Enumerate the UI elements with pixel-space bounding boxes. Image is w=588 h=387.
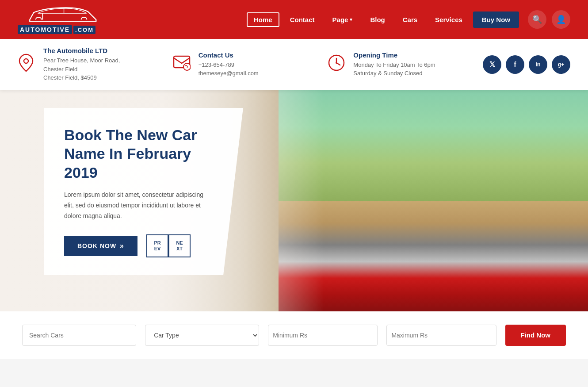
hero-title: Book The New Car Name In February 2019 (64, 126, 208, 182)
nav-item-home[interactable]: Home (247, 12, 279, 27)
hours-text: Opening Time Monday To Friday 10am To 6p… (353, 51, 435, 78)
search-bar: Car Type Sedan SUV Hatchback Coupe Conve… (0, 311, 588, 359)
contact-text: Contact Us +123-654-789 themeseye@gmail.… (199, 51, 259, 78)
hero-content-wrapper: Book The New Car Name In February 2019 L… (0, 90, 243, 293)
nav-links: Home Contact Page Blog Cars Services Buy… (247, 11, 519, 28)
hero-nav-buttons: PREV NEXT (146, 234, 191, 257)
facebook-button[interactable]: f (506, 55, 524, 74)
social-icons: 𝕏 f in g+ (483, 55, 570, 74)
nav-link-cars[interactable]: Cars (396, 12, 424, 27)
book-now-arrows: » (120, 242, 124, 250)
footer-space (0, 359, 588, 387)
address-line3: Chester Field, $4509 (43, 73, 120, 82)
min-price-input[interactable] (268, 325, 378, 346)
book-now-button[interactable]: BOOK NOW » (64, 236, 137, 256)
search-cars-input[interactable] (22, 325, 136, 346)
nav-link-page[interactable]: Page (325, 12, 360, 27)
address-line1: Pear Tree House, Moor Road, (43, 56, 120, 65)
hero-description: Lorem ipsum dolor sit amet, consectetur … (64, 190, 208, 221)
nav-link-contact[interactable]: Contact (283, 12, 322, 27)
location-icon (18, 54, 35, 75)
nav-item-cars[interactable]: Cars (396, 12, 424, 27)
contact-title: Contact Us (199, 51, 259, 59)
search-icon: 🔍 (532, 15, 542, 24)
nav-item-page[interactable]: Page (325, 12, 360, 27)
find-now-label: Find Now (521, 331, 551, 339)
book-now-label: BOOK NOW (77, 242, 116, 249)
twitter-button[interactable]: 𝕏 (483, 55, 501, 74)
contact-info: Contact Us +123-654-789 themeseye@gmail.… (173, 51, 328, 78)
user-icon: 👤 (556, 15, 566, 24)
contact-phone: +123-654-789 (199, 61, 259, 69)
nav-item-contact[interactable]: Contact (283, 12, 322, 27)
find-now-button[interactable]: Find Now (505, 325, 566, 346)
hours-title: Opening Time (353, 51, 435, 59)
nav-link-blog[interactable]: Blog (363, 12, 392, 27)
address-text: The Automobile LTD Pear Tree House, Moor… (43, 47, 120, 82)
svg-point-2 (24, 59, 28, 63)
logo-text: AUTOMOTIVE.COM (18, 23, 95, 34)
contact-email: themeseye@gmail.com (199, 69, 259, 78)
linkedin-button[interactable]: in (529, 55, 547, 74)
hours-weekdays: Monday To Friday 10am To 6pm (353, 61, 435, 69)
address-info: The Automobile LTD Pear Tree House, Moor… (18, 47, 173, 82)
navbar: AUTOMOTIVE.COM Home Contact Page Blog Ca… (0, 0, 588, 39)
hero-content-block: Book The New Car Name In February 2019 L… (44, 108, 243, 276)
hero-ground (279, 201, 588, 311)
car-type-select[interactable]: Car Type Sedan SUV Hatchback Coupe Conve… (145, 325, 259, 346)
email-icon (173, 54, 191, 74)
nav-item-services[interactable]: Services (428, 12, 470, 27)
nav-link-buy[interactable]: Buy Now (473, 11, 519, 28)
hours-info: Opening Time Monday To Friday 10am To 6p… (328, 51, 483, 78)
prev-button[interactable]: PREV (146, 234, 168, 257)
nav-link-services[interactable]: Services (428, 12, 470, 27)
nav-link-home[interactable]: Home (247, 12, 279, 27)
logo[interactable]: AUTOMOTIVE.COM (18, 4, 106, 34)
next-label: NEXT (176, 240, 183, 252)
next-button[interactable]: NEXT (168, 234, 191, 257)
search-button[interactable]: 🔍 (528, 10, 546, 29)
nav-icons: 🔍 👤 (528, 10, 570, 29)
info-bar: The Automobile LTD Pear Tree House, Moor… (0, 39, 588, 90)
max-price-input[interactable] (386, 325, 496, 346)
clock-icon (328, 54, 345, 75)
hero-sky (279, 90, 588, 212)
nav-item-buy[interactable]: Buy Now (473, 11, 519, 28)
prev-label: PREV (154, 240, 160, 252)
svg-point-4 (183, 63, 191, 70)
googleplus-button[interactable]: g+ (552, 55, 570, 74)
hours-weekend: Saturday & Sunday Closed (353, 69, 435, 78)
svg-point-8 (336, 62, 337, 64)
account-button[interactable]: 👤 (552, 10, 570, 29)
hero-actions: BOOK NOW » PREV NEXT (64, 234, 208, 257)
nav-item-blog[interactable]: Blog (363, 12, 392, 27)
address-title: The Automobile LTD (43, 47, 120, 54)
hero-section: Book The New Car Name In February 2019 L… (0, 90, 588, 311)
address-line2: Chester Field (43, 65, 120, 74)
